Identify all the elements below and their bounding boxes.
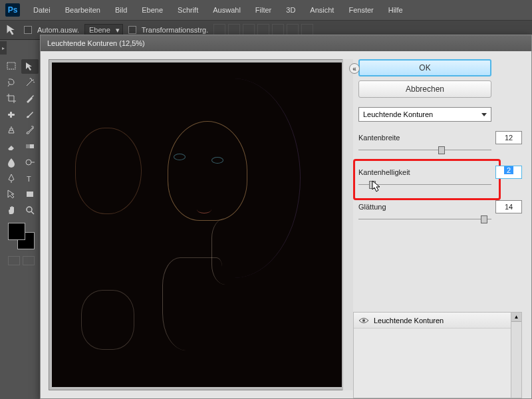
preview-scrollbar-vertical[interactable] <box>342 59 353 390</box>
ok-button[interactable]: OK <box>358 59 491 76</box>
gradient-tool[interactable] <box>21 139 39 154</box>
svg-text:T: T <box>27 175 31 183</box>
edge-brightness-input[interactable]: 2 <box>495 166 522 179</box>
menu-select[interactable]: Auswahl <box>206 3 247 17</box>
smoothness-slider-thumb[interactable] <box>481 215 487 223</box>
chevron-down-icon <box>481 113 487 116</box>
menu-help[interactable]: Hilfe <box>382 3 410 17</box>
svg-point-9 <box>362 319 365 322</box>
filter-gallery-dialog: Leuchtende Konturen (12,5%) « <box>40 35 532 399</box>
eraser-tool[interactable] <box>3 139 20 154</box>
path-selection-tool[interactable] <box>3 187 20 201</box>
menu-view[interactable]: Ansicht <box>303 3 340 17</box>
filter-controls-panel: « OK Abbrechen Leuchtende Konturen Kante… <box>353 51 531 398</box>
auto-select-checkbox[interactable] <box>24 26 32 34</box>
dodge-tool[interactable] <box>21 155 39 170</box>
svg-point-5 <box>26 160 31 165</box>
filter-preview-image[interactable] <box>52 63 342 387</box>
menu-type[interactable]: Schrift <box>171 3 205 17</box>
filter-stack-scrollbar[interactable]: ▲ <box>511 313 521 398</box>
cancel-button[interactable]: Abbrechen <box>358 80 491 98</box>
rectangle-tool[interactable] <box>21 187 39 201</box>
type-tool[interactable]: T <box>21 171 39 186</box>
filter-stack-item[interactable]: Leuchtende Konturen <box>354 313 521 329</box>
applied-filters-panel: Leuchtende Konturen ▲ <box>353 312 522 398</box>
healing-brush-tool[interactable] <box>3 107 20 122</box>
filter-select-dropdown[interactable]: Leuchtende Konturen <box>358 107 491 122</box>
clone-stamp-tool[interactable] <box>3 123 20 138</box>
foreground-color-swatch[interactable] <box>8 223 25 240</box>
magic-wand-tool[interactable] <box>21 75 39 90</box>
zoom-tool[interactable] <box>21 203 39 217</box>
svg-rect-0 <box>7 63 15 69</box>
dialog-titlebar[interactable]: Leuchtende Konturen (12,5%) <box>41 35 531 51</box>
smoothness-label: Glättung <box>358 203 386 211</box>
svg-point-8 <box>27 207 32 212</box>
expand-thumbnails-button[interactable]: « <box>349 63 360 74</box>
blur-tool[interactable] <box>3 155 20 170</box>
pen-tool[interactable] <box>3 171 20 186</box>
scroll-up-icon[interactable]: ▲ <box>511 313 521 322</box>
transform-controls-checkbox[interactable] <box>128 26 136 34</box>
collapse-arrow-icon[interactable]: ▸ <box>0 41 7 55</box>
menu-image[interactable]: Bild <box>108 3 134 17</box>
move-tool[interactable] <box>21 59 39 74</box>
dialog-title: Leuchtende Konturen (12,5%) <box>47 39 145 47</box>
edge-brightness-slider[interactable] <box>358 182 491 188</box>
visibility-eye-icon[interactable] <box>358 316 370 325</box>
color-swatches[interactable] <box>8 223 35 249</box>
menu-layer[interactable]: Ebene <box>135 3 170 17</box>
smoothness-input[interactable] <box>495 200 522 213</box>
photoshop-logo: Ps <box>5 3 20 17</box>
screen-mode-toggle[interactable] <box>23 256 35 265</box>
svg-rect-7 <box>27 192 33 197</box>
menu-edit[interactable]: Bearbeiten <box>59 3 107 17</box>
history-brush-tool[interactable] <box>21 123 39 138</box>
edge-width-input[interactable] <box>495 131 522 144</box>
edge-width-label: Kantenbreite <box>358 134 400 142</box>
menu-filter[interactable]: Filter <box>249 3 278 17</box>
tool-palette: T <box>1 57 43 268</box>
hand-tool[interactable] <box>3 203 20 217</box>
svg-rect-4 <box>26 144 30 148</box>
brush-tool[interactable] <box>21 107 39 122</box>
main-menu-bar: Ps Datei Bearbeiten Bild Ebene Schrift A… <box>0 0 532 20</box>
filter-select-value: Leuchtende Konturen <box>363 110 433 118</box>
edge-width-slider[interactable] <box>358 147 491 154</box>
preview-area <box>41 51 353 398</box>
lasso-tool[interactable] <box>3 75 20 90</box>
marquee-tool[interactable] <box>3 59 20 74</box>
transform-controls-label: Transformationsstrg. <box>142 26 208 34</box>
filter-stack-item-label: Leuchtende Konturen <box>374 317 444 325</box>
smoothness-slider[interactable] <box>358 216 491 223</box>
move-tool-indicator-icon <box>5 23 19 37</box>
quickmask-toggle[interactable] <box>8 256 20 265</box>
edge-brightness-label: Kantenhelligkeit <box>358 168 410 176</box>
crop-tool[interactable] <box>3 91 20 106</box>
menu-file[interactable]: Datei <box>27 3 57 17</box>
svg-rect-2 <box>10 112 12 118</box>
auto-select-label: Autom.ausw. <box>37 26 79 34</box>
eyedropper-tool[interactable] <box>21 91 39 106</box>
menu-window[interactable]: Fenster <box>342 3 380 17</box>
menu-3d[interactable]: 3D <box>279 3 302 17</box>
edge-width-slider-thumb[interactable] <box>438 146 445 154</box>
cursor-pointer-icon <box>372 180 381 192</box>
